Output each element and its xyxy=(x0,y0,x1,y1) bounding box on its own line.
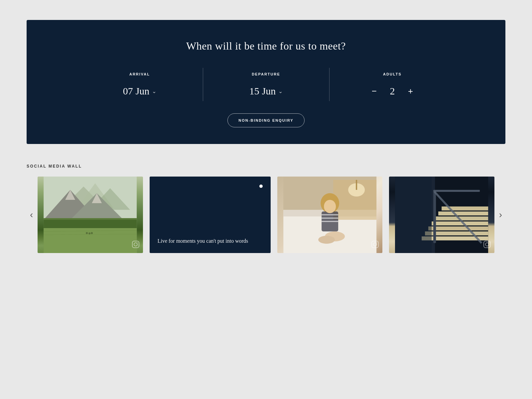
svg-point-50 xyxy=(485,243,489,246)
departure-value[interactable]: 15 Jun ⌄ xyxy=(216,85,316,97)
departure-day: 15 xyxy=(249,85,259,97)
adults-field: ADULTS − 2 + xyxy=(329,72,456,97)
arrival-chevron-icon: ⌄ xyxy=(152,88,156,94)
booking-section: When will it be time for us to meet? ARR… xyxy=(27,20,505,144)
adults-control: − 2 + xyxy=(342,85,442,97)
svg-rect-46 xyxy=(434,190,480,192)
enquiry-btn-wrapper: NON-BINDING ENQUIRY xyxy=(40,113,492,127)
quote-text: Live for moments you can't put into word… xyxy=(158,237,263,245)
svg-rect-16 xyxy=(132,241,139,248)
svg-point-30 xyxy=(324,200,336,213)
carousel-next-button[interactable]: › xyxy=(496,206,505,223)
svg-rect-10 xyxy=(44,228,137,253)
instagram-badge-woman xyxy=(371,240,379,250)
quote-dot xyxy=(259,185,263,188)
social-section-title: SOCIAL MEDIA WALL xyxy=(27,164,505,169)
departure-month: Jun xyxy=(262,85,276,97)
arrival-label: ARRIVAL xyxy=(90,72,190,76)
booking-fields: ARRIVAL 07 Jun ⌄ DEPARTURE 15 Jun ⌄ ADUL… xyxy=(40,72,492,97)
svg-point-14 xyxy=(89,232,91,234)
social-card-stairs xyxy=(389,177,494,253)
carousel-prev-button[interactable]: ‹ xyxy=(27,206,36,223)
adults-plus-button[interactable]: + xyxy=(405,85,416,97)
svg-rect-43 xyxy=(439,211,488,215)
arrival-day: 07 xyxy=(123,85,133,97)
svg-point-32 xyxy=(318,236,335,244)
svg-point-34 xyxy=(373,243,377,246)
svg-rect-48 xyxy=(395,177,432,253)
svg-rect-33 xyxy=(372,241,378,248)
adults-label: ADULTS xyxy=(342,72,442,76)
instagram-badge-mountain xyxy=(132,240,140,250)
social-carousel: ‹ xyxy=(27,177,505,253)
arrival-month: Jun xyxy=(136,85,150,97)
svg-point-13 xyxy=(86,232,88,234)
svg-point-51 xyxy=(488,242,489,243)
arrival-field[interactable]: ARRIVAL 07 Jun ⌄ xyxy=(76,72,203,97)
departure-field[interactable]: DEPARTURE 15 Jun ⌄ xyxy=(203,72,329,97)
social-card-mountain xyxy=(38,177,143,253)
enquiry-button[interactable]: NON-BINDING ENQUIRY xyxy=(227,113,304,127)
adults-minus-button[interactable]: − xyxy=(369,85,379,97)
social-section: SOCIAL MEDIA WALL ‹ xyxy=(27,164,505,266)
adults-count: 2 xyxy=(387,85,397,97)
social-card-woman xyxy=(277,177,382,253)
svg-point-18 xyxy=(137,242,138,243)
svg-rect-41 xyxy=(432,221,488,225)
carousel-track: Live for moments you can't put into word… xyxy=(38,177,494,253)
booking-title: When will it be time for us to meet? xyxy=(40,40,492,52)
departure-chevron-icon: ⌄ xyxy=(278,88,283,94)
svg-point-17 xyxy=(134,243,137,246)
svg-rect-24 xyxy=(356,180,357,190)
svg-point-35 xyxy=(377,242,377,243)
arrival-value[interactable]: 07 Jun ⌄ xyxy=(90,85,190,97)
svg-rect-40 xyxy=(429,226,488,230)
departure-label: DEPARTURE xyxy=(216,72,316,76)
svg-rect-45 xyxy=(434,190,436,243)
page-wrapper: When will it be time for us to meet? ARR… xyxy=(0,0,532,286)
svg-rect-49 xyxy=(484,241,490,248)
instagram-badge-stairs xyxy=(483,240,491,250)
svg-point-15 xyxy=(91,232,93,234)
social-card-quote: Live for moments you can't put into word… xyxy=(150,177,271,253)
